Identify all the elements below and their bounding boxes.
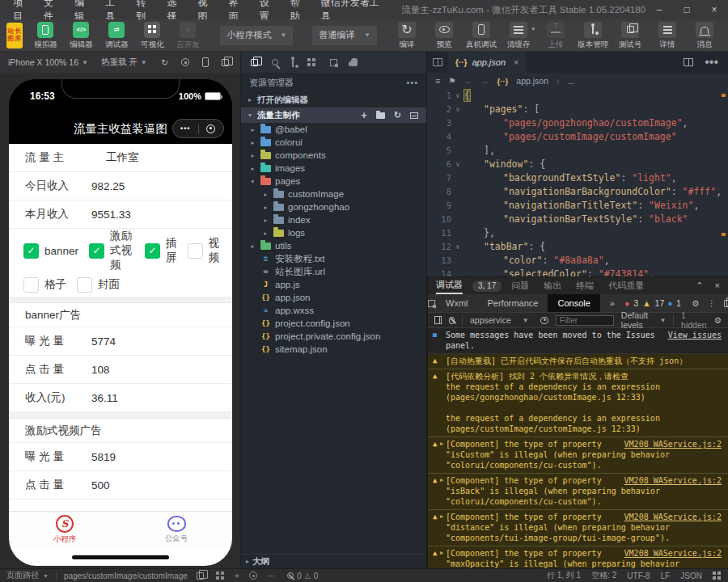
console-message[interactable]: ▲▶VM208 WAService.js:2[Component] the ty… — [428, 437, 728, 474]
maximize-button[interactable]: □ — [673, 4, 700, 15]
tree-item[interactable]: ▸images — [241, 162, 426, 175]
tree-item[interactable]: {}project.private.config.json — [241, 330, 426, 343]
current-page-path[interactable]: pages/customImage/customImage — [64, 571, 188, 580]
checkbox-激励式视频[interactable]: ✓ — [89, 243, 104, 259]
home-target-icon[interactable] — [199, 124, 224, 133]
action-bars[interactable]: 详情 — [649, 22, 686, 50]
context-dropdown[interactable]: appservice ▼ — [470, 315, 533, 325]
field-value[interactable]: 5774 — [91, 335, 116, 348]
source-link[interactable]: VM208 WAService.js:2 — [624, 548, 722, 559]
action-branch[interactable]: 版本管理 — [574, 22, 612, 50]
restart-icon[interactable]: ↻ — [161, 57, 168, 67]
console-message[interactable]: ▲[代码依赖分析] 找到 2 个依赖异常情况，请检查 the request o… — [428, 369, 728, 437]
extensions-icon[interactable] — [307, 58, 316, 67]
tree-item[interactable]: ▸gongzhonghao — [241, 200, 426, 213]
mode-dropdown[interactable]: 小程序模式 ▼ — [220, 26, 293, 45]
field-value[interactable]: 9551.33 — [91, 209, 131, 221]
console-message[interactable]: ▲▶VM208 WAService.js:2[Component] the ty… — [428, 546, 728, 568]
hand-tool-icon[interactable] — [351, 58, 358, 66]
panels-icon[interactable] — [216, 571, 225, 580]
new-file-icon[interactable]: + — [361, 112, 367, 120]
hot-reload-dropdown[interactable]: 热重载 开 — [101, 57, 138, 68]
action-bell[interactable]: 消息 — [686, 22, 723, 50]
add-icon[interactable]: + — [235, 571, 239, 580]
tree-item[interactable]: ▸customImage — [241, 188, 426, 200]
tree-item[interactable]: ▸utils — [241, 239, 426, 252]
field-value[interactable]: 500 — [91, 479, 110, 491]
checkbox-格子[interactable] — [23, 277, 39, 293]
toolbar-button-code[interactable]: </>编辑器 — [63, 22, 99, 50]
account-avatar[interactable]: 站长 图库 — [6, 23, 23, 48]
bookmark-icon[interactable]: ⚑ — [448, 76, 455, 86]
clear-console-icon[interactable] — [449, 317, 455, 324]
tree-item[interactable]: ≡安装教程.txt — [241, 252, 426, 265]
tree-item[interactable]: ▸@babel — [241, 123, 426, 136]
cursor-position[interactable]: 行 1, 列 1 — [547, 570, 581, 581]
project-section[interactable]: ▾ 流量主制作 + ↻ — [241, 108, 426, 123]
close-tab-icon[interactable]: × — [514, 57, 518, 67]
device-dropdown[interactable]: iPhone X 100% 16 — [8, 57, 78, 67]
inspect-icon[interactable] — [428, 294, 436, 312]
close-button[interactable]: × — [700, 4, 728, 15]
more-icon[interactable]: ⋯ — [267, 571, 275, 580]
devtools-tab-wxml[interactable]: Wxml — [436, 294, 478, 312]
action-badge[interactable]: 测试号 — [612, 22, 649, 50]
debug-tab[interactable]: 终端 — [576, 280, 594, 292]
debug-tab[interactable]: 代码质量 — [608, 280, 644, 292]
git-icon[interactable] — [292, 58, 294, 67]
checkbox-插屏[interactable]: ✓ — [145, 243, 160, 259]
console-message[interactable]: ▲[自动热重载] 已开启代码文件保存后自动热重载（不支持 json） — [428, 354, 728, 369]
more-actions-icon[interactable]: ••• — [406, 78, 418, 87]
expand-icon[interactable]: ▶ — [440, 475, 443, 486]
action-layers[interactable]: ▾清缓存 — [500, 22, 537, 50]
compile-mode-dropdown[interactable]: 普通编译 ▼ — [312, 26, 377, 45]
toolbar-button-debug[interactable]: ⇄调试器 — [99, 22, 134, 50]
encoding[interactable]: UTF-8 — [627, 571, 650, 580]
tree-item[interactable]: {}project.config.json — [241, 317, 426, 330]
new-folder-icon[interactable] — [376, 112, 385, 119]
expand-icon[interactable]: ▶ — [440, 512, 443, 522]
tree-item[interactable]: {}app.json — [241, 291, 426, 304]
editor-more-icon[interactable]: ••• — [705, 55, 718, 70]
close-panel-icon[interactable]: × — [715, 280, 720, 291]
settings-gear-icon[interactable]: ⚙ — [692, 298, 699, 308]
action-eye[interactable]: 预览 — [425, 22, 463, 50]
widgets-icon[interactable] — [330, 59, 337, 66]
overview-ruler[interactable] — [720, 91, 726, 275]
field-value[interactable]: 36.11 — [91, 392, 118, 404]
code-editor[interactable]: 1∨{2∨"pages": [3"pages/gongzhonghao/cust… — [427, 89, 728, 276]
action-phone[interactable]: 真机调试 — [463, 22, 500, 50]
log-levels-dropdown[interactable]: Default levels ▼ — [621, 310, 667, 330]
page-path-dropdown[interactable]: 页面路径 ▼ — [6, 570, 49, 581]
toggle-sidebar-icon[interactable] — [427, 58, 448, 66]
layout-grid-icon[interactable] — [713, 571, 722, 580]
checkbox-视频[interactable] — [188, 243, 203, 259]
record-icon[interactable] — [249, 571, 257, 580]
tree-item[interactable]: ▸colorui — [241, 136, 426, 149]
source-link[interactable]: VM208 WAService.js:2 — [624, 439, 722, 449]
collapse-panel-icon[interactable]: ⌃ — [696, 280, 703, 291]
search-icon[interactable] — [272, 59, 278, 65]
minimize-button[interactable]: – — [645, 4, 673, 15]
split-editor-icon[interactable] — [684, 58, 693, 66]
outline-section[interactable]: ▸ 大纲 — [241, 554, 426, 568]
outline-list-icon[interactable]: ≡ — [435, 76, 440, 86]
tab-overflow-icon[interactable]: » — [600, 294, 624, 312]
files-icon[interactable] — [251, 59, 258, 66]
console-message-list[interactable]: ■View issuesSome messages have been move… — [428, 328, 728, 568]
refresh-icon[interactable]: ↻ — [394, 110, 401, 120]
console-message[interactable]: ▲▶VM208 WAService.js:2[Component] the ty… — [428, 474, 728, 510]
action-refresh[interactable]: ↻编译 — [388, 22, 425, 50]
eye-icon[interactable] — [540, 317, 548, 324]
tree-item[interactable]: ▸components — [241, 149, 426, 162]
view-issues-link[interactable]: View issues — [668, 330, 722, 340]
expand-icon[interactable]: ▶ — [440, 439, 443, 449]
tree-item[interactable]: {}sitemap.json — [241, 343, 426, 356]
console-message[interactable]: ■View issuesSome messages have been move… — [428, 328, 728, 354]
checkbox-banner[interactable]: ✓ — [23, 243, 39, 259]
collapse-all-icon[interactable] — [410, 112, 418, 119]
tree-item[interactable]: Japp.js — [241, 278, 426, 291]
devtools-tab-performance[interactable]: Performance — [478, 294, 548, 312]
source-link[interactable]: VM208 WAService.js:2 — [624, 475, 722, 486]
tree-item[interactable]: ▸index — [241, 213, 426, 226]
